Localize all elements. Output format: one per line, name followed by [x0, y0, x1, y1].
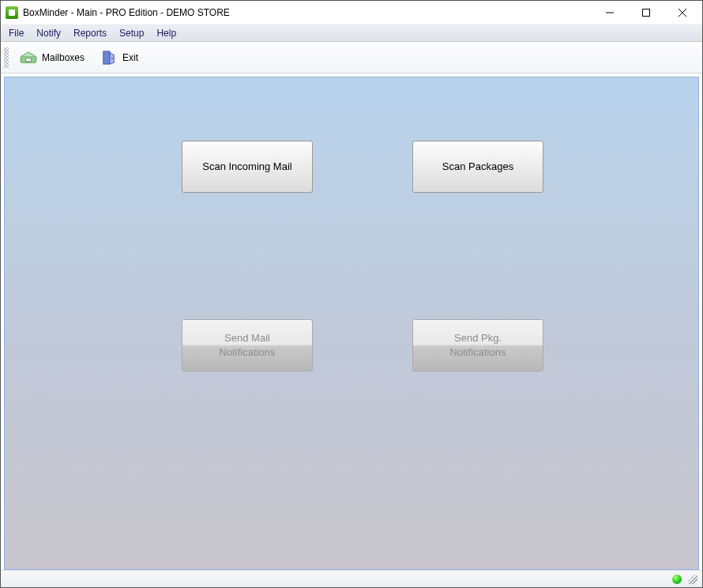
main-panel: Scan Incoming Mail Scan Packages Send Ma… — [4, 77, 699, 570]
svg-rect-6 — [103, 51, 110, 63]
close-button[interactable] — [664, 1, 701, 24]
svg-point-7 — [111, 58, 113, 59]
svg-rect-1 — [643, 9, 650, 17]
mailboxes-label: Mailboxes — [42, 52, 85, 63]
menu-file[interactable]: File — [2, 25, 30, 41]
app-window: BoxMinder - Main - PRO Edition - DEMO ST… — [0, 0, 703, 588]
maximize-icon — [642, 9, 650, 17]
menu-notify[interactable]: Notify — [30, 25, 67, 41]
send-pkg-notifications-button[interactable]: Send Pkg. Notifications — [412, 319, 543, 371]
send-pkg-notifications-line2: Notifications — [450, 345, 506, 360]
scan-incoming-mail-label: Scan Incoming Mail — [202, 160, 291, 174]
connection-status-icon — [672, 575, 682, 584]
toolbar: Mailboxes Exit — [1, 42, 702, 74]
minimize-button[interactable] — [592, 1, 628, 24]
menu-setup[interactable]: Setup — [113, 25, 150, 41]
mailbox-icon — [20, 51, 37, 65]
window-controls — [592, 1, 701, 24]
send-mail-notifications-line1: Send Mail — [224, 331, 270, 345]
send-mail-notifications-line2: Notifications — [220, 345, 276, 360]
minimize-icon — [606, 9, 614, 17]
mailboxes-button[interactable]: Mailboxes — [12, 49, 92, 66]
scan-packages-button[interactable]: Scan Packages — [412, 141, 543, 193]
toolbar-grip[interactable] — [4, 47, 9, 68]
title-bar: BoxMinder - Main - PRO Edition - DEMO ST… — [1, 1, 702, 24]
close-icon — [679, 9, 686, 17]
send-pkg-notifications-line1: Send Pkg. — [454, 331, 502, 345]
window-title: BoxMinder - Main - PRO Edition - DEMO ST… — [23, 7, 230, 18]
app-icon — [6, 6, 18, 19]
client-wrap: Scan Incoming Mail Scan Packages Send Ma… — [1, 74, 702, 570]
menu-help[interactable]: Help — [150, 25, 182, 41]
resize-grip[interactable] — [688, 575, 697, 584]
send-mail-notifications-button[interactable]: Send Mail Notifications — [182, 319, 313, 371]
svg-rect-5 — [25, 58, 31, 61]
exit-icon — [100, 51, 118, 65]
maximize-button[interactable] — [628, 1, 664, 24]
scan-incoming-mail-button[interactable]: Scan Incoming Mail — [182, 141, 313, 193]
scan-packages-label: Scan Packages — [442, 160, 513, 174]
menu-reports[interactable]: Reports — [67, 25, 113, 41]
exit-label: Exit — [122, 52, 138, 63]
status-bar — [1, 570, 702, 587]
exit-button[interactable]: Exit — [92, 49, 146, 66]
menu-bar: File Notify Reports Setup Help — [1, 24, 702, 42]
